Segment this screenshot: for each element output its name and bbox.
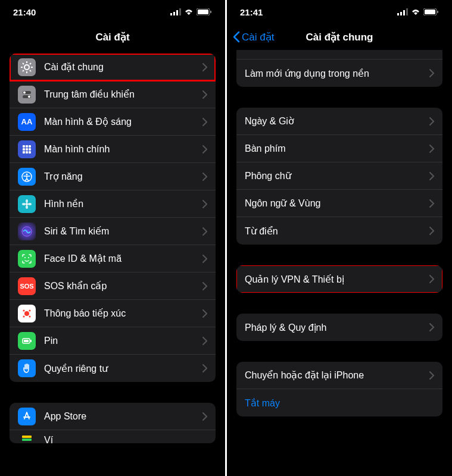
row-legal[interactable]: Pháp lý & Quy định	[236, 314, 442, 341]
row-display-brightness[interactable]: AA Màn hình & Độ sáng	[10, 108, 216, 136]
svg-rect-52	[406, 8, 408, 15]
chevron-right-icon	[429, 69, 434, 77]
signal-icon	[397, 8, 408, 15]
toggles-icon	[18, 86, 36, 104]
svg-point-42	[23, 315, 25, 317]
nav-bar: Cài đặt	[0, 24, 225, 50]
row-accessibility[interactable]: Trợ năng	[10, 163, 216, 190]
chevron-left-icon	[233, 31, 240, 43]
svg-line-14	[30, 63, 31, 64]
status-bar: 21:40	[0, 0, 225, 24]
svg-line-12	[23, 63, 24, 64]
svg-point-39	[24, 311, 29, 316]
chevron-right-icon	[202, 90, 207, 99]
chevron-right-icon	[429, 117, 434, 126]
row-label: Bàn phím	[245, 143, 429, 154]
back-label: Cài đặt	[242, 31, 274, 43]
row-home-screen[interactable]: Màn hình chính	[10, 136, 216, 163]
row-label: App Store	[44, 411, 202, 422]
svg-point-38	[28, 257, 29, 258]
row-wallet[interactable]: Ví	[10, 430, 216, 443]
svg-rect-2	[176, 10, 178, 15]
status-indicators	[397, 8, 439, 15]
row-app-store[interactable]: App Store	[10, 403, 216, 430]
row-label: Chuyển hoặc đặt lại iPhone	[245, 369, 429, 381]
row-storage-partial[interactable]	[236, 50, 442, 60]
phone-screen-1: 21:40 Cài đặt Cài đặt chung	[0, 0, 225, 476]
svg-line-15	[23, 70, 24, 71]
chevron-right-icon	[202, 255, 207, 263]
page-title: Cài đặt	[95, 31, 129, 43]
svg-point-43	[29, 315, 31, 317]
group-reset: Chuyển hoặc đặt lại iPhone Tắt máy	[236, 362, 442, 416]
row-label: Màn hình & Độ sáng	[44, 116, 202, 127]
row-transfer-reset[interactable]: Chuyển hoặc đặt lại iPhone	[236, 362, 442, 389]
chevron-right-icon	[202, 309, 207, 318]
battery-icon	[197, 8, 212, 15]
row-vpn-device[interactable]: Quản lý VPN & Thiết bị	[236, 265, 442, 293]
chevron-right-icon	[202, 200, 207, 208]
row-dictionary[interactable]: Từ điển	[236, 217, 442, 245]
siri-icon	[18, 223, 36, 240]
row-sos[interactable]: SOS SOS khẩn cấp	[10, 273, 216, 300]
settings-list: Cài đặt chung Trung tâm điều khiển AA Mà…	[0, 50, 225, 443]
row-label: Trợ năng	[44, 171, 202, 182]
row-fonts[interactable]: Phông chữ	[236, 162, 442, 190]
group-locale: Ngày & Giờ Bàn phím Phông chữ Ngôn ngữ &…	[236, 108, 442, 245]
svg-rect-0	[170, 13, 172, 15]
chevron-right-icon	[202, 337, 207, 345]
row-label: Ngày & Giờ	[245, 115, 429, 127]
row-label: Pháp lý & Quy định	[245, 322, 429, 333]
row-label: Thông báo tiếp xúc	[44, 308, 202, 319]
row-general[interactable]: Cài đặt chung	[10, 54, 216, 81]
row-label: Làm mới ứng dụng trong nền	[245, 68, 429, 79]
row-label: Hình nền	[44, 198, 202, 209]
exposure-icon	[18, 305, 36, 322]
battery-icon	[423, 8, 439, 15]
general-list: Làm mới ứng dụng trong nền Ngày & Giờ Bà…	[227, 50, 452, 416]
row-siri-search[interactable]: Siri & Tìm kiếm	[10, 218, 216, 245]
chevron-right-icon	[202, 227, 207, 236]
svg-point-17	[23, 91, 26, 93]
signal-icon	[170, 8, 181, 15]
status-time: 21:41	[240, 7, 263, 17]
svg-rect-46	[24, 340, 29, 342]
row-control-center[interactable]: Trung tâm điều khiển	[10, 81, 216, 108]
chevron-right-icon	[202, 412, 207, 421]
row-label: SOS khẩn cấp	[44, 280, 202, 292]
svg-rect-25	[29, 148, 31, 151]
svg-point-7	[24, 65, 29, 70]
row-wallpaper[interactable]: Hình nền	[10, 190, 216, 218]
row-background-refresh[interactable]: Làm mới ứng dụng trong nền	[236, 60, 442, 87]
grid-icon	[18, 140, 36, 158]
status-time: 21:40	[13, 7, 36, 17]
svg-point-34	[22, 203, 26, 205]
svg-rect-48	[22, 439, 32, 441]
page-title: Cài đặt chung	[306, 31, 373, 43]
svg-point-31	[26, 203, 28, 205]
group-storage: Làm mới ứng dụng trong nền	[236, 50, 442, 87]
back-button[interactable]: Cài đặt	[233, 31, 274, 43]
appstore-icon	[18, 408, 36, 425]
row-face-id[interactable]: Face ID & Mật mã	[10, 245, 216, 273]
row-shutdown[interactable]: Tắt máy	[236, 389, 442, 416]
status-bar: 21:41	[227, 0, 452, 24]
svg-rect-54	[425, 10, 435, 14]
row-date-time[interactable]: Ngày & Giờ	[236, 108, 442, 135]
face-id-icon	[18, 250, 36, 268]
row-privacy[interactable]: Quyền riêng tư	[10, 355, 216, 382]
wallet-icon	[18, 435, 36, 443]
chevron-right-icon	[202, 282, 207, 290]
svg-rect-1	[173, 12, 175, 15]
row-battery[interactable]: Pin	[10, 327, 216, 355]
svg-point-35	[28, 203, 32, 205]
svg-rect-22	[29, 145, 31, 148]
row-language-region[interactable]: Ngôn ngữ & Vùng	[236, 190, 442, 217]
battery-menu-icon	[18, 332, 36, 350]
row-label: Siri & Tìm kiếm	[44, 226, 202, 237]
row-label: Face ID & Mật mã	[44, 253, 202, 264]
svg-point-33	[26, 205, 28, 209]
row-keyboard[interactable]: Bàn phím	[236, 135, 442, 162]
row-exposure-notification[interactable]: Thông báo tiếp xúc	[10, 300, 216, 327]
shutdown-label: Tắt máy	[245, 397, 280, 409]
